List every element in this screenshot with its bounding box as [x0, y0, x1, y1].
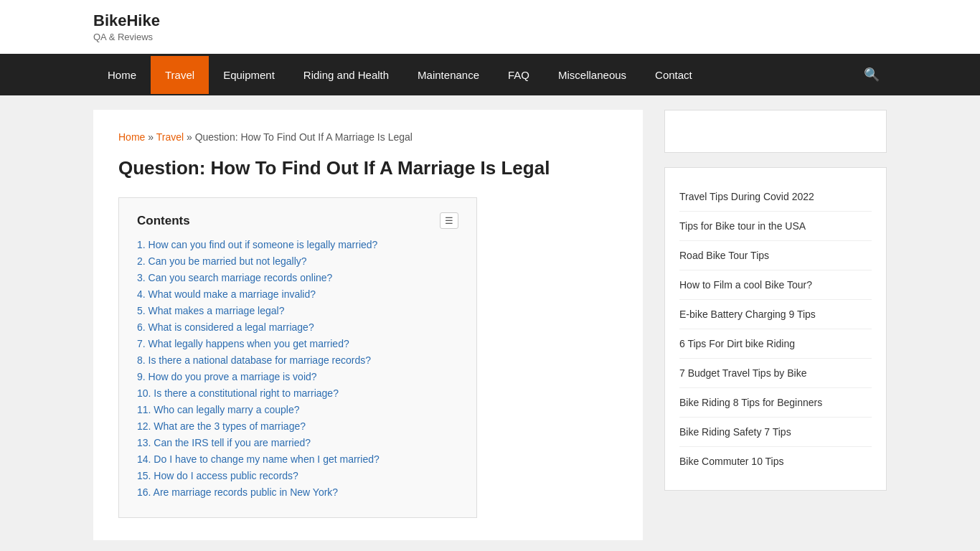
sidebar-link-item[interactable]: Tips for Bike tour in the USA	[679, 212, 872, 241]
toc-item[interactable]: 11. Who can legally marry a couple?	[137, 404, 458, 415]
toc-item[interactable]: 9. How do you prove a marriage is void?	[137, 371, 458, 382]
toc-item[interactable]: 7. What legally happens when you get mar…	[137, 338, 458, 349]
sidebar-link-item[interactable]: Bike Commuter 10 Tips	[679, 447, 872, 476]
nav-miscellaneous[interactable]: Miscellaneous	[544, 56, 641, 94]
sidebar-link-item[interactable]: 7 Budget Travel Tips by Bike	[679, 359, 872, 388]
breadcrumb-sep1: »	[148, 131, 154, 143]
site-title[interactable]: BikeHike	[93, 11, 887, 30]
sidebar-links: Travel Tips During Covid 2022Tips for Bi…	[664, 167, 887, 491]
toc-list: 1. How can you find out if someone is le…	[137, 239, 458, 498]
toc-item[interactable]: 4. What would make a marriage invalid?	[137, 288, 458, 300]
nav-contact[interactable]: Contact	[641, 56, 707, 94]
toc-title: Contents	[137, 214, 190, 228]
sidebar-link-item[interactable]: Travel Tips During Covid 2022	[679, 182, 872, 212]
sidebar-link-item[interactable]: E-bike Battery Charging 9 Tips	[679, 300, 872, 329]
toc-item[interactable]: 6. What is considered a legal marriage?	[137, 321, 458, 333]
sidebar-link-item[interactable]: 6 Tips For Dirt bike Riding	[679, 329, 872, 359]
main-content: Home » Travel » Question: How To Find Ou…	[93, 110, 643, 540]
main-nav: Home Travel Equipment Riding and Health …	[0, 54, 980, 95]
toc-item[interactable]: 14. Do I have to change my name when I g…	[137, 453, 458, 465]
site-tagline: QA & Reviews	[93, 32, 153, 42]
toc-item[interactable]: 1. How can you find out if someone is le…	[137, 239, 458, 250]
sidebar-link-item[interactable]: Bike Riding Safety 7 Tips	[679, 418, 872, 447]
toc-item[interactable]: 10. Is there a constitutional right to m…	[137, 387, 458, 399]
nav-riding-health[interactable]: Riding and Health	[289, 56, 403, 94]
search-icon[interactable]: 🔍	[857, 54, 887, 95]
toc-item[interactable]: 5. What makes a marriage legal?	[137, 305, 458, 316]
nav-travel[interactable]: Travel	[151, 56, 209, 94]
nav-home[interactable]: Home	[93, 56, 151, 94]
sidebar-link-item[interactable]: Bike Riding 8 Tips for Beginners	[679, 388, 872, 418]
toc-item[interactable]: 16. Are marriage records public in New Y…	[137, 486, 458, 498]
toc-item[interactable]: 13. Can the IRS tell if you are married?	[137, 437, 458, 448]
page-wrapper: Home » Travel » Question: How To Find Ou…	[0, 95, 980, 551]
site-header: BikeHike QA & Reviews	[0, 0, 980, 54]
page-title: Question: How To Find Out If A Marriage …	[118, 157, 618, 179]
breadcrumb-sep2: »	[187, 131, 195, 143]
sidebar-search-box	[664, 110, 887, 153]
nav-equipment[interactable]: Equipment	[209, 56, 289, 94]
sidebar-link-item[interactable]: Road Bike Tour Tips	[679, 241, 872, 270]
breadcrumb: Home » Travel » Question: How To Find Ou…	[118, 131, 618, 143]
breadcrumb-current: Question: How To Find Out If A Marriage …	[195, 131, 413, 143]
nav-items: Home Travel Equipment Riding and Health …	[93, 56, 707, 94]
toc-item[interactable]: 8. Is there a national database for marr…	[137, 354, 458, 366]
sidebar-link-item[interactable]: How to Film a cool Bike Tour?	[679, 270, 872, 300]
toc-item[interactable]: 12. What are the 3 types of marriage?	[137, 420, 458, 432]
nav-maintenance[interactable]: Maintenance	[403, 56, 494, 94]
sidebar: Travel Tips During Covid 2022Tips for Bi…	[664, 110, 887, 540]
toc-item[interactable]: 3. Can you search marriage records onlin…	[137, 272, 458, 283]
breadcrumb-home[interactable]: Home	[118, 131, 145, 143]
toc-header: Contents ☰	[137, 212, 458, 229]
toc-item[interactable]: 15. How do I access public records?	[137, 470, 458, 481]
toc-toggle-button[interactable]: ☰	[440, 212, 458, 229]
toc-box: Contents ☰ 1. How can you find out if so…	[118, 197, 477, 518]
breadcrumb-travel[interactable]: Travel	[156, 131, 184, 143]
toc-item[interactable]: 2. Can you be married but not legally?	[137, 255, 458, 267]
nav-faq[interactable]: FAQ	[494, 56, 544, 94]
